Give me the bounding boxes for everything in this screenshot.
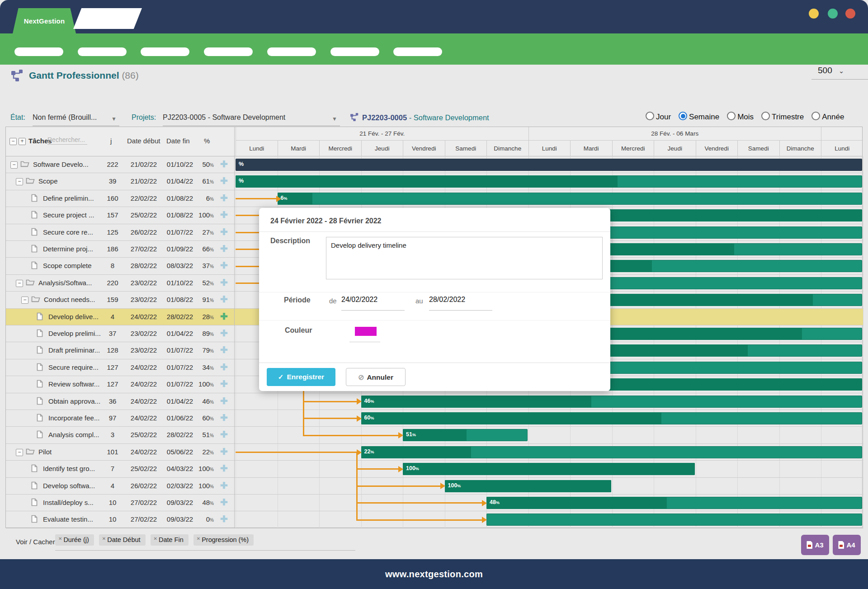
gantt-bar[interactable]: 100%: [403, 463, 695, 475]
add-subtask-button[interactable]: ✚: [220, 344, 228, 355]
add-subtask-button[interactable]: ✚: [220, 412, 228, 423]
add-subtask-button[interactable]: ✚: [220, 260, 228, 271]
description-textarea[interactable]: [326, 237, 603, 279]
date-de-input[interactable]: 24/02/2022: [341, 296, 405, 311]
add-subtask-button[interactable]: ✚: [220, 277, 228, 288]
footer-url[interactable]: www.nextgestion.com: [385, 569, 483, 580]
blank-tab[interactable]: [73, 8, 142, 29]
radio-label: Trimestre: [772, 113, 804, 121]
add-subtask-button[interactable]: ✚: [220, 243, 228, 254]
add-subtask-button[interactable]: ✚: [220, 480, 228, 491]
collapse-all-button[interactable]: −: [9, 138, 17, 145]
collapse-row-button[interactable]: −: [21, 297, 28, 304]
view-mode-trimestre[interactable]: Trimestre: [761, 112, 804, 122]
add-subtask-button[interactable]: ✚: [220, 209, 228, 220]
save-button[interactable]: ✓Enregistrer: [267, 368, 335, 386]
task-name: Define prelimin...: [43, 194, 94, 202]
export-a3-button[interactable]: A3: [801, 535, 829, 555]
window-dot-red[interactable]: [845, 9, 855, 19]
add-subtask-button[interactable]: ✚: [220, 362, 228, 372]
column-chip[interactable]: ✕Progression (%): [193, 534, 254, 546]
expand-all-button[interactable]: +: [19, 138, 26, 145]
nav-item-placeholder[interactable]: [393, 47, 442, 56]
task-name: Develop prelimi...: [48, 330, 101, 337]
add-subtask-button[interactable]: ✚: [220, 429, 228, 440]
gantt-bar[interactable]: 22%: [361, 446, 862, 458]
gantt-bar[interactable]: 100%: [445, 480, 611, 492]
gantt-bar[interactable]: %: [236, 159, 862, 171]
add-subtask-button[interactable]: ✚: [220, 514, 228, 524]
gantt-bar[interactable]: 48%: [486, 497, 862, 509]
task-row[interactable]: Incorporate fee...9724/02/2201/06/2260%✚…: [6, 410, 863, 427]
bar-progress-label: %: [239, 178, 244, 184]
view-mode-semaine[interactable]: Semaine: [679, 112, 719, 122]
nav-item-placeholder[interactable]: [330, 47, 379, 56]
add-subtask-button[interactable]: ✚: [220, 159, 228, 170]
add-subtask-button[interactable]: ✚: [220, 446, 228, 457]
view-mode-mois[interactable]: Mois: [727, 112, 754, 122]
nav-item-placeholder[interactable]: [141, 47, 189, 56]
remove-chip-icon[interactable]: ✕: [154, 536, 157, 541]
window-dot-green[interactable]: [828, 9, 838, 19]
nav-item-placeholder[interactable]: [267, 47, 316, 56]
projets-select[interactable]: PJ2203-0005 - Software Development ▼: [163, 113, 340, 126]
file-icon: [37, 397, 43, 407]
etat-select[interactable]: Non fermé (Brouill... ▼: [33, 113, 119, 126]
week-group-header: [821, 127, 863, 141]
page-size-select[interactable]: 500⌄: [811, 66, 868, 80]
task-end-date: 01/10/22: [162, 279, 198, 287]
collapse-row-button[interactable]: −: [16, 449, 23, 456]
gantt-bar[interactable]: %: [236, 175, 862, 188]
nav-item-placeholder[interactable]: [14, 47, 63, 56]
view-mode-jour[interactable]: Jour: [646, 112, 671, 122]
add-subtask-button[interactable]: ✚: [220, 328, 228, 339]
remove-chip-icon[interactable]: ✕: [102, 536, 106, 541]
task-row[interactable]: Analysis compl...325/02/2228/02/2251%✚51…: [6, 427, 863, 443]
add-subtask-button[interactable]: ✚: [220, 226, 228, 237]
column-chip[interactable]: ✕Date Fin: [151, 534, 189, 546]
date-au-input[interactable]: 28/02/2022: [429, 296, 492, 311]
view-mode-année[interactable]: Année: [811, 112, 844, 122]
add-subtask-button[interactable]: ✚: [220, 463, 228, 474]
task-group-row[interactable]: −Pilot10124/02/2205/06/2222%✚22%: [6, 444, 863, 461]
add-subtask-button[interactable]: ✚: [220, 311, 228, 322]
gantt-bar[interactable]: 51%: [403, 429, 528, 441]
file-icon: [37, 363, 43, 373]
gantt-bar[interactable]: 6%: [278, 193, 862, 205]
add-subtask-button[interactable]: ✚: [220, 378, 228, 389]
collapse-row-button[interactable]: −: [10, 161, 18, 169]
collapse-row-button[interactable]: −: [16, 280, 23, 287]
search-input[interactable]: [47, 135, 87, 145]
remove-chip-icon[interactable]: ✕: [58, 536, 62, 541]
add-subtask-button[interactable]: ✚: [220, 193, 228, 203]
task-start-date: 24/02/22: [126, 414, 162, 422]
column-chip[interactable]: ✕Date Début: [99, 534, 146, 546]
window-dot-yellow[interactable]: [809, 9, 819, 19]
task-row[interactable]: Define prelimin...16022/02/2201/08/226%✚…: [6, 190, 863, 207]
task-group-row[interactable]: −Software Develo...22221/02/2201/10/2250…: [6, 156, 863, 173]
day-column-header: Vendredi: [696, 141, 738, 156]
export-a4-button[interactable]: A4: [833, 535, 861, 555]
task-end-date: 01/08/22: [162, 194, 198, 202]
nav-item-placeholder[interactable]: [78, 47, 127, 56]
task-group-row[interactable]: −Scope3921/02/2201/04/2261%✚%: [6, 173, 863, 190]
gantt-bar[interactable]: 46%: [361, 396, 862, 408]
add-subtask-button[interactable]: ✚: [220, 175, 228, 186]
add-subtask-button[interactable]: ✚: [220, 396, 228, 406]
cancel-button[interactable]: ⊘Annuler: [346, 368, 406, 386]
column-chip[interactable]: ✕Durée (j): [55, 534, 94, 546]
task-end-date: 04/03/22: [162, 465, 198, 472]
task-row[interactable]: Identify test gro...725/02/2204/03/22100…: [6, 461, 863, 477]
task-duration: 3: [104, 431, 122, 438]
color-swatch[interactable]: [355, 327, 377, 336]
brand-tab[interactable]: NextGestion: [13, 8, 76, 33]
nav-item-placeholder[interactable]: [204, 47, 253, 56]
add-subtask-button[interactable]: ✚: [220, 294, 228, 305]
gantt-bar[interactable]: 60%: [361, 412, 862, 424]
collapse-row-button[interactable]: −: [16, 178, 23, 185]
task-progress: 48%: [193, 499, 214, 506]
gantt-bar[interactable]: [486, 514, 862, 526]
add-subtask-button[interactable]: ✚: [220, 497, 228, 508]
task-row[interactable]: Obtain approva...3624/02/2201/04/2246%✚4…: [6, 393, 863, 410]
remove-chip-icon[interactable]: ✕: [197, 536, 200, 541]
